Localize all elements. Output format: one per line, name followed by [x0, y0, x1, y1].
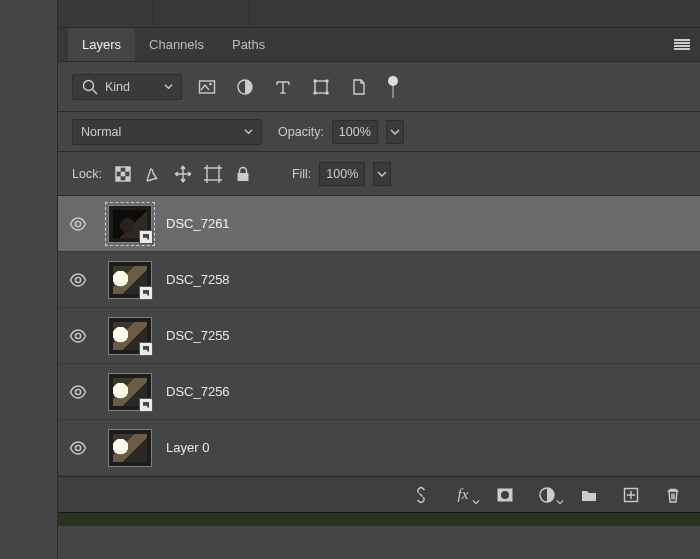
layer-name: Layer 0 [166, 440, 209, 455]
svg-point-3 [209, 82, 212, 85]
delete-layer-icon[interactable] [664, 486, 682, 504]
tab-label: Layers [82, 37, 121, 52]
visibility-eye-icon[interactable] [69, 383, 87, 401]
svg-point-24 [501, 491, 509, 499]
tab-layers[interactable]: Layers [68, 28, 135, 61]
filter-toggle[interactable] [388, 76, 398, 98]
add-mask-icon[interactable] [496, 486, 514, 504]
strip-cell [154, 0, 250, 27]
layers-list: DSC_7261 DSC_7258 DSC_7255 [58, 196, 700, 476]
tab-paths[interactable]: Paths [218, 28, 279, 61]
link-layers-icon[interactable] [412, 486, 430, 504]
svg-point-19 [75, 277, 80, 282]
svg-line-1 [93, 89, 98, 94]
visibility-eye-icon[interactable] [69, 439, 87, 457]
layer-row[interactable]: DSC_7261 [58, 196, 700, 252]
layer-row[interactable]: Layer 0 [58, 420, 700, 476]
layer-row[interactable]: DSC_7255 [58, 308, 700, 364]
new-adjustment-layer-icon[interactable] [538, 486, 556, 504]
layer-thumbnail[interactable] [108, 429, 152, 467]
opacity-label: Opacity: [278, 125, 324, 139]
smart-object-badge-icon [139, 398, 153, 412]
svg-rect-12 [125, 167, 130, 172]
layer-row[interactable]: DSC_7258 [58, 252, 700, 308]
filter-kind-label: Kind [105, 80, 130, 94]
layers-footer: fx [58, 476, 700, 512]
svg-rect-6 [314, 79, 317, 82]
fill-label: Fill: [292, 167, 311, 181]
chevron-down-icon [164, 82, 173, 91]
svg-point-0 [84, 80, 94, 90]
smart-object-badge-icon [139, 342, 153, 356]
filter-type-icon[interactable] [274, 78, 292, 96]
filter-adjustment-icon[interactable] [236, 78, 254, 96]
new-layer-icon[interactable] [622, 486, 640, 504]
svg-rect-7 [326, 79, 329, 82]
panel-menu-icon[interactable] [674, 39, 690, 51]
smart-object-badge-icon [139, 286, 153, 300]
adjacent-panel-strip [58, 0, 700, 28]
new-group-icon[interactable] [580, 486, 598, 504]
fill-value: 100% [326, 167, 358, 181]
opacity-field[interactable]: 100% [332, 120, 378, 144]
lock-position-icon[interactable] [174, 165, 192, 183]
lock-label: Lock: [72, 167, 102, 181]
svg-point-22 [75, 445, 80, 450]
lock-all-icon[interactable] [234, 165, 252, 183]
tab-label: Paths [232, 37, 265, 52]
layer-filter-row: Kind [58, 62, 700, 112]
svg-rect-11 [116, 167, 121, 172]
lock-row: Lock: Fill: 100% [58, 152, 700, 196]
filter-kind-dropdown[interactable]: Kind [72, 74, 182, 100]
search-icon [81, 78, 99, 96]
layer-name: DSC_7261 [166, 216, 230, 231]
blend-mode-value: Normal [81, 125, 121, 139]
panel-tabs: Layers Channels Paths [58, 28, 700, 62]
visibility-eye-icon[interactable] [69, 327, 87, 345]
layer-name: DSC_7256 [166, 384, 230, 399]
lock-transparency-icon[interactable] [114, 165, 132, 183]
opacity-value: 100% [339, 125, 371, 139]
blend-mode-dropdown[interactable]: Normal [72, 119, 262, 145]
layer-thumbnail[interactable] [108, 261, 152, 299]
tab-label: Channels [149, 37, 204, 52]
layer-row[interactable]: DSC_7256 [58, 364, 700, 420]
svg-rect-9 [326, 91, 329, 94]
layer-thumbnail[interactable] [108, 205, 152, 243]
tab-channels[interactable]: Channels [135, 28, 218, 61]
filter-pixel-icon[interactable] [198, 78, 216, 96]
layer-name: DSC_7258 [166, 272, 230, 287]
blend-row: Normal Opacity: 100% [58, 112, 700, 152]
smart-object-badge-icon [139, 230, 153, 244]
filter-smartobject-icon[interactable] [350, 78, 368, 96]
svg-rect-14 [116, 176, 121, 181]
layer-name: DSC_7255 [166, 328, 230, 343]
svg-point-20 [75, 333, 80, 338]
svg-rect-13 [121, 171, 126, 176]
svg-rect-8 [314, 91, 317, 94]
svg-point-18 [75, 221, 80, 226]
svg-rect-15 [125, 176, 130, 181]
lock-artboard-icon[interactable] [204, 165, 222, 183]
strip-cell [58, 0, 154, 27]
svg-rect-17 [237, 173, 248, 181]
svg-point-21 [75, 389, 80, 394]
canvas-edge [58, 512, 700, 526]
layer-style-icon[interactable]: fx [454, 486, 472, 504]
visibility-eye-icon[interactable] [69, 271, 87, 289]
layer-thumbnail[interactable] [108, 317, 152, 355]
layer-thumbnail[interactable] [108, 373, 152, 411]
chevron-down-icon [244, 127, 253, 136]
lock-image-icon[interactable] [144, 165, 162, 183]
fill-field[interactable]: 100% [319, 162, 365, 186]
filter-shape-icon[interactable] [312, 78, 330, 96]
svg-rect-5 [315, 81, 327, 93]
fill-chevron[interactable] [373, 162, 391, 186]
layers-panel: Layers Channels Paths Kind Normal [57, 0, 700, 559]
visibility-eye-icon[interactable] [69, 215, 87, 233]
svg-rect-16 [207, 168, 219, 180]
opacity-chevron[interactable] [386, 120, 404, 144]
